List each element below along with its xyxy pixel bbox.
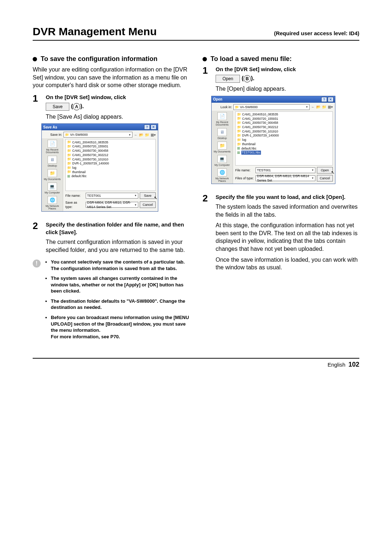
- chevron-down-icon: ▼: [306, 105, 308, 109]
- views-icon[interactable]: ▦▾: [328, 105, 333, 110]
- place-network[interactable]: 🌐My Network Places: [212, 168, 233, 182]
- newfolder-icon[interactable]: 📁: [322, 105, 326, 110]
- save-intro: While your are editing configuration inf…: [33, 66, 189, 89]
- savein-dropdown[interactable]: 📁VA-SW8000 ▼: [64, 132, 132, 138]
- place-mydocs[interactable]: 📁My Documents: [44, 169, 61, 180]
- place-recent[interactable]: 📄My Recent Documents: [212, 112, 233, 126]
- dialog-open-button[interactable]: Open↖: [317, 167, 333, 174]
- toolbar-icons: ← 📂 📁 ▦▾: [134, 132, 156, 138]
- chevron-down-icon: ▼: [134, 194, 137, 197]
- chevron-down-icon: ▼: [311, 168, 314, 172]
- right-column: To load a saved menu file: 1 On the [DVR…: [203, 55, 359, 343]
- save-heading: To save the configuration information: [33, 55, 189, 63]
- folder-icon: 📁: [237, 113, 241, 117]
- place-desktop[interactable]: 🖥Desktop: [48, 156, 57, 167]
- left-column: To save the configuration information Wh…: [33, 55, 189, 343]
- close-icon[interactable]: ✕: [151, 125, 156, 130]
- circle-b-icon: B: [244, 75, 251, 82]
- back-icon[interactable]: ←: [134, 132, 138, 138]
- views-icon[interactable]: ▦▾: [151, 132, 156, 138]
- page-number: 102: [348, 361, 359, 368]
- folder-icon: 📁: [67, 149, 71, 153]
- access-level: (Required user access level: ID4): [274, 30, 359, 36]
- chevron-down-icon: ▼: [128, 133, 131, 136]
- folder-icon: 📁: [67, 153, 71, 158]
- file-icon: ▦: [237, 146, 240, 151]
- lookin-dropdown[interactable]: 📁VA-SW8000 ▼: [233, 104, 310, 110]
- toolbar-icons: ← 📂 📁 ▦▾: [311, 105, 333, 110]
- places-sidebar: 📄My Recent Documents 🖥Desktop 📁My Docume…: [212, 111, 233, 184]
- file-list[interactable]: 📁CAM1_20040510_083535 📁CAM1_20050720_155…: [65, 139, 156, 191]
- place-recent[interactable]: 📄My Recent Documents: [42, 140, 63, 154]
- dialog-cancel-button[interactable]: Cancel: [317, 175, 333, 181]
- place-mycomp[interactable]: 💻My Computer: [215, 155, 230, 166]
- file-icon: ▦: [237, 151, 240, 155]
- save-step-2: 2 Specify the destination folder and fil…: [33, 221, 189, 254]
- save-as-dialog: Save As ? ✕ Save in: 📁VA-SW8000 ▼: [41, 123, 158, 212]
- place-desktop[interactable]: 🖥Desktop: [217, 128, 227, 139]
- warning-item: The destination folder defaults to "VA-S…: [51, 298, 189, 311]
- load-heading: To load a saved menu file:: [203, 55, 359, 63]
- page-header: DVR Management Menu (Required user acces…: [33, 25, 359, 41]
- chevron-down-icon: ▼: [311, 176, 314, 180]
- folder-icon: 📁: [237, 117, 241, 121]
- folder-icon: 📁: [237, 121, 241, 125]
- folder-icon: 📁: [237, 134, 241, 138]
- places-sidebar: 📄My Recent Documents 🖥Desktop 📁My Docume…: [42, 138, 63, 211]
- step-number: 2: [203, 193, 211, 272]
- folder-icon: 📁: [67, 140, 71, 144]
- filename-field[interactable]: TEST001▼: [86, 193, 138, 199]
- page-title: DVR Management Menu: [33, 25, 157, 38]
- circle-a-icon: A: [73, 103, 80, 110]
- folder-icon: 📁: [237, 138, 241, 142]
- folder-icon: 📁: [67, 162, 71, 166]
- savein-label: Save in:: [44, 132, 62, 137]
- folder-icon: 📁: [67, 144, 71, 149]
- type-field[interactable]: DSR-M804, DSR-M810, DSR-M814 Series Set▼: [86, 202, 138, 208]
- chevron-down-icon: ▼: [134, 203, 137, 207]
- folder-icon: 📁: [67, 157, 71, 162]
- step-number: 1: [203, 66, 211, 188]
- dialog-cancel-button[interactable]: Cancel: [140, 201, 156, 208]
- warning-item: Before you can broadcast menu informatio…: [51, 314, 189, 340]
- folder-icon: 📁: [65, 133, 69, 136]
- type-label: Files of type:: [235, 176, 254, 180]
- save-step-1: 1 On the [DVR Set] window, click Save (A…: [33, 94, 189, 216]
- folder-icon: 📁: [235, 105, 239, 109]
- back-icon[interactable]: ←: [311, 105, 315, 110]
- type-field[interactable]: DSR-M804, DSR-M810, DSR-M814 Series Set▼: [256, 175, 315, 181]
- folder-icon: 📁: [67, 170, 71, 174]
- folder-icon: 📁: [237, 129, 241, 134]
- save-button[interactable]: Save: [46, 103, 69, 111]
- warning-block: ! You cannot selectively save the conten…: [33, 259, 189, 343]
- open-button[interactable]: Open: [216, 75, 240, 83]
- up-icon[interactable]: 📂: [139, 132, 143, 138]
- open-dialog: Open ? ✕ Look in: 📁VA-SW8000 ▼: [211, 96, 335, 184]
- load-step-1: 1 On the [DVR Set] window, click Open (B…: [203, 66, 359, 188]
- warning-item: The system saves all changes currently c…: [51, 275, 189, 294]
- close-icon[interactable]: ✕: [328, 97, 334, 102]
- cursor-icon: ↖: [154, 195, 158, 201]
- type-label: Save as type:: [65, 200, 84, 209]
- bullet-icon: [33, 57, 37, 61]
- bullet-icon: [203, 57, 207, 61]
- folder-icon: 📁: [67, 166, 71, 170]
- place-network[interactable]: 🌐My Network Places: [42, 196, 63, 210]
- up-icon[interactable]: 📂: [316, 105, 320, 110]
- filename-label: File name:: [65, 193, 84, 198]
- folder-icon: 📁: [237, 125, 241, 130]
- help-icon[interactable]: ?: [144, 125, 150, 130]
- place-mycomp[interactable]: 💻My Computer: [45, 183, 60, 194]
- load-step-2: 2 Specify the file you want to load, and…: [203, 193, 359, 272]
- file-list[interactable]: 📁CAM1_20040510_083535 📁CAM1_20050720_155…: [235, 111, 333, 166]
- newfolder-icon[interactable]: 📁: [145, 132, 149, 138]
- step-number: 2: [33, 221, 41, 254]
- folder-icon: 📁: [237, 142, 241, 147]
- place-mydocs[interactable]: 📁My Documents: [214, 142, 231, 153]
- dialog-titlebar: Save As ? ✕: [42, 124, 158, 130]
- dialog-save-button[interactable]: Save↖: [140, 192, 156, 199]
- help-icon[interactable]: ?: [321, 97, 327, 102]
- cursor-icon: ↖: [331, 170, 335, 175]
- filename-field[interactable]: TEST001▼: [256, 167, 315, 173]
- lookin-label: Look in:: [214, 105, 232, 109]
